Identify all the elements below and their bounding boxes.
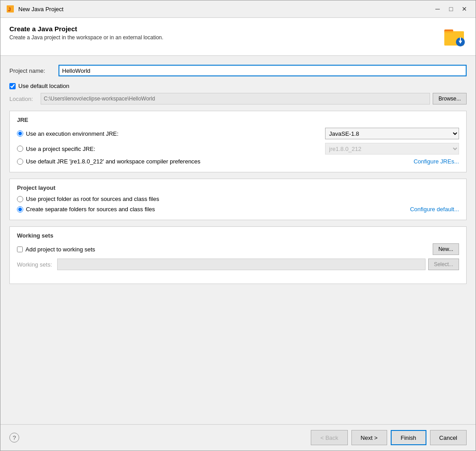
dialog-header-text: Create a Java Project Create a Java proj… — [9, 25, 163, 41]
use-default-location-checkbox[interactable] — [9, 83, 16, 89]
dialog-header: Create a Java Project Create a Java proj… — [0, 18, 476, 56]
layout-option2-radio[interactable] — [17, 206, 23, 213]
jre-option2-row: Use a project specific JRE: jre1.8.0_212 — [17, 143, 459, 155]
jre-option2-label: Use a project specific JRE: — [26, 146, 95, 152]
layout-option2-label: Create separate folders for sources and … — [26, 206, 155, 213]
svg-rect-7 — [460, 38, 461, 41]
jre-option3-radio[interactable] — [17, 159, 23, 165]
location-label: Location: — [9, 96, 41, 102]
configure-default-link[interactable]: Configure default... — [410, 206, 459, 213]
select-working-sets-button[interactable]: Select... — [428, 259, 459, 270]
svg-text:J: J — [8, 7, 11, 12]
working-sets-field-row: Working sets: Select... — [17, 259, 459, 270]
working-sets-section: Working sets Add project to working sets… — [9, 226, 467, 284]
cancel-button[interactable]: Cancel — [430, 430, 467, 445]
jre-option1-radio[interactable] — [17, 130, 23, 137]
jre-option3-label: Use default JRE 'jre1.8.0_212' and works… — [26, 158, 200, 165]
jre-option2-radio[interactable] — [17, 146, 23, 152]
use-default-location-label: Use default location — [18, 83, 69, 89]
close-button[interactable]: ✕ — [459, 4, 470, 14]
add-to-working-sets-checkbox[interactable] — [17, 246, 23, 252]
dialog-footer: ? < Back Next > Finish Cancel — [0, 424, 476, 451]
back-button[interactable]: < Back — [311, 430, 347, 445]
jre-specific-dropdown[interactable]: jre1.8.0_212 — [325, 143, 459, 155]
maximize-button[interactable]: □ — [445, 4, 457, 14]
add-to-working-sets-row: Add project to working sets New... — [17, 243, 459, 255]
location-input[interactable] — [41, 93, 430, 104]
new-java-project-dialog: J New Java Project ─ □ ✕ Create a Java P… — [0, 0, 476, 451]
minimize-button[interactable]: ─ — [432, 4, 443, 14]
layout-option1-row: Use project folder as root for sources a… — [17, 196, 459, 202]
add-to-working-sets-label: Add project to working sets — [25, 246, 95, 253]
project-layout-title: Project layout — [17, 184, 459, 191]
java-project-icon: J — [6, 4, 15, 13]
jre-option3-row: Use default JRE 'jre1.8.0_212' and works… — [17, 158, 459, 165]
project-name-row: Project name: — [9, 65, 467, 76]
layout-option1-radio[interactable] — [17, 196, 23, 202]
project-name-input[interactable] — [58, 65, 467, 76]
title-bar: J New Java Project ─ □ ✕ — [0, 0, 476, 18]
working-sets-title: Working sets — [17, 232, 459, 239]
folder-icon — [443, 25, 467, 48]
project-layout-section: Project layout Use project folder as roo… — [9, 179, 467, 220]
jre-section-title: JRE — [17, 117, 459, 123]
title-bar-controls: ─ □ ✕ — [432, 4, 470, 14]
dialog-main-title: Create a Java Project — [9, 25, 163, 33]
help-button[interactable]: ? — [9, 433, 19, 443]
title-bar-left: J New Java Project — [6, 4, 63, 13]
new-working-set-button[interactable]: New... — [433, 243, 459, 255]
next-button[interactable]: Next > — [351, 430, 387, 445]
layout-option2-row: Create separate folders for sources and … — [17, 206, 459, 213]
working-sets-label: Working sets: — [17, 261, 57, 268]
jre-section: JRE Use an execution environment JRE: Ja… — [9, 111, 467, 172]
dialog-title: New Java Project — [18, 6, 63, 13]
location-row: Location: Browse... — [9, 93, 467, 104]
working-sets-input[interactable] — [57, 259, 426, 270]
jre-option1-label: Use an execution environment JRE: — [26, 130, 118, 137]
jre-environment-dropdown[interactable]: JavaSE-1.8 JavaSE-11 JavaSE-17 — [325, 128, 459, 139]
use-default-location-row: Use default location — [9, 83, 467, 89]
finish-button[interactable]: Finish — [391, 430, 426, 445]
layout-option1-label: Use project folder as root for sources a… — [26, 196, 159, 202]
dialog-body: Project name: Use default location Locat… — [0, 56, 476, 424]
configure-jres-link[interactable]: Configure JREs... — [413, 158, 459, 165]
jre-option1-row: Use an execution environment JRE: JavaSE… — [17, 128, 459, 139]
footer-buttons: < Back Next > Finish Cancel — [311, 430, 467, 445]
browse-button[interactable]: Browse... — [433, 93, 467, 104]
dialog-subtitle: Create a Java project in the workspace o… — [9, 34, 163, 41]
project-name-label: Project name: — [9, 67, 58, 74]
